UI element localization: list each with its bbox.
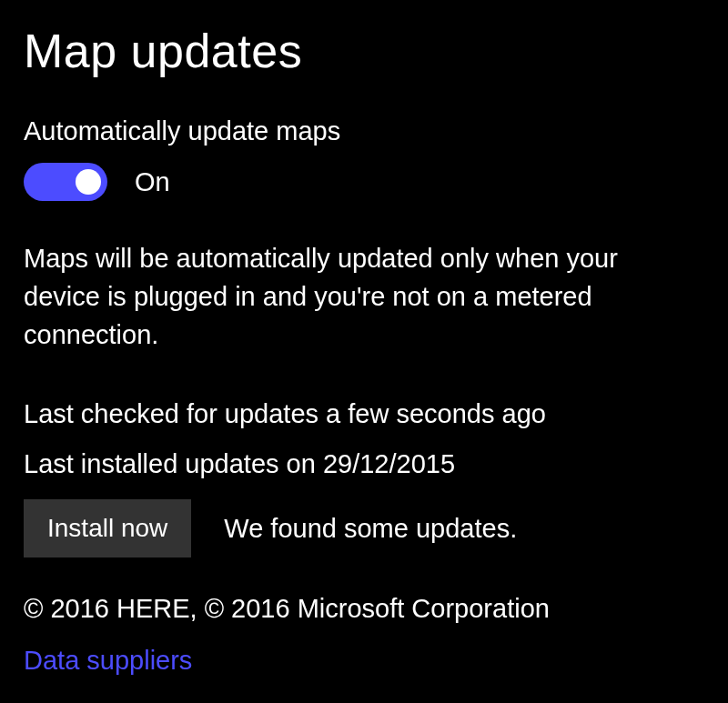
copyright-text: © 2016 HERE, © 2016 Microsoft Corporatio… bbox=[24, 594, 704, 624]
auto-update-description: Maps will be automatically updated only … bbox=[24, 239, 697, 354]
last-installed-status: Last installed updates on 29/12/2015 bbox=[24, 449, 704, 479]
page-title: Map updates bbox=[24, 24, 704, 78]
auto-update-state-label: On bbox=[135, 167, 170, 197]
auto-update-toggle[interactable] bbox=[24, 163, 107, 201]
last-checked-status: Last checked for updates a few seconds a… bbox=[24, 399, 704, 429]
install-row: Install now We found some updates. bbox=[24, 499, 704, 557]
auto-update-toggle-row: On bbox=[24, 163, 704, 201]
auto-update-label: Automatically update maps bbox=[24, 116, 704, 146]
install-status-text: We found some updates. bbox=[224, 514, 517, 544]
data-suppliers-link[interactable]: Data suppliers bbox=[24, 646, 192, 675]
install-now-button[interactable]: Install now bbox=[24, 499, 191, 557]
toggle-thumb-icon bbox=[76, 169, 101, 195]
